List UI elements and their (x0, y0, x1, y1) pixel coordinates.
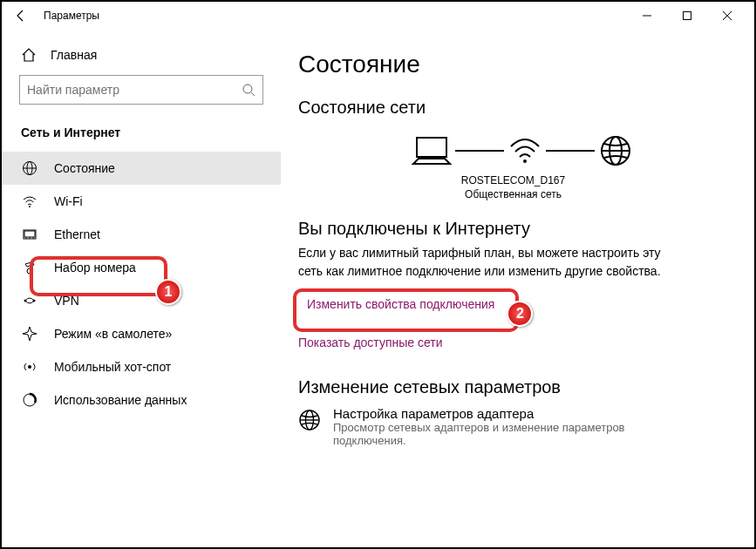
nav-label: Набор номера (54, 261, 136, 274)
network-type: Общественная сеть (298, 187, 728, 201)
nav-label: Wi-Fi (54, 194, 83, 208)
wifi-icon (21, 193, 38, 209)
sidebar-item-airplane[interactable]: Режим «в самолете» (2, 317, 281, 350)
nav-label: Использование данных (54, 393, 187, 407)
adapter-globe-icon (298, 409, 321, 447)
annotation-badge-1: 1 (155, 279, 181, 305)
globe-icon (21, 160, 38, 176)
adapter-settings-row[interactable]: Настройка параметров адаптера Просмотр с… (298, 406, 728, 447)
home-label: Главная (51, 48, 97, 62)
vpn-icon (21, 293, 38, 308)
svg-point-4 (243, 85, 252, 93)
settings-window: Параметры Главная Сеть и Интернет (0, 0, 756, 549)
svg-point-15 (27, 268, 32, 274)
connector-line (455, 150, 504, 152)
change-params-heading: Изменение сетевых параметров (298, 377, 728, 397)
sidebar-item-ethernet[interactable]: Ethernet (2, 218, 281, 251)
sidebar-item-datausage[interactable]: Использование данных (2, 383, 281, 417)
hotspot-icon (21, 359, 38, 375)
sidebar: Главная Сеть и Интернет Состояние Wi-Fi … (2, 30, 281, 547)
network-name: ROSTELECOM_D167 (298, 173, 728, 187)
annotation-badge-2: 2 (507, 301, 533, 327)
home-nav[interactable]: Главная (2, 42, 281, 75)
internet-globe-icon (598, 133, 633, 168)
nav-label: VPN (54, 294, 79, 308)
wifi-signal-icon (507, 134, 542, 167)
adapter-subtitle: Просмотр сетевых адаптеров и изменение п… (333, 421, 664, 447)
titlebar: Параметры (2, 2, 754, 30)
svg-rect-20 (417, 138, 446, 157)
ethernet-icon (21, 227, 38, 242)
svg-point-21 (523, 159, 527, 163)
svg-point-18 (28, 365, 31, 369)
section-header: Сеть и Интернет (2, 122, 281, 152)
search-field[interactable] (27, 83, 242, 97)
status-heading: Состояние сети (298, 98, 728, 118)
close-button[interactable] (707, 2, 747, 30)
window-title: Параметры (44, 10, 99, 22)
network-diagram (298, 133, 728, 168)
connected-text: Если у вас лимитный тарифный план, вы мо… (298, 244, 664, 280)
sidebar-item-dialup[interactable]: Набор номера (2, 251, 281, 284)
svg-rect-11 (24, 231, 35, 237)
svg-rect-1 (684, 11, 691, 19)
main-content: Состояние Состояние сети ROSTELECOM_D167… (281, 30, 754, 547)
maximize-button[interactable] (667, 2, 707, 30)
back-button[interactable] (9, 3, 33, 28)
page-title: Состояние (298, 51, 728, 78)
airplane-icon (21, 326, 38, 342)
svg-point-9 (29, 206, 31, 207)
network-caption: ROSTELECOM_D167 Общественная сеть (298, 173, 728, 201)
device-icon (412, 134, 452, 167)
data-usage-icon (21, 392, 38, 408)
minimize-button[interactable] (627, 2, 667, 30)
link-change-connection-props[interactable]: Изменить свойства подключения (307, 297, 494, 311)
adapter-title: Настройка параметров адаптера (333, 406, 664, 421)
dialup-icon (21, 260, 38, 275)
link-show-networks[interactable]: Показать доступные сети (298, 336, 443, 349)
nav-label: Ethernet (54, 227, 100, 241)
connected-heading: Вы подключены к Интернету (298, 219, 728, 239)
sidebar-item-status[interactable]: Состояние (2, 152, 281, 185)
search-input[interactable] (19, 75, 263, 105)
search-icon (242, 83, 255, 97)
connector-line (546, 150, 595, 152)
sidebar-item-wifi[interactable]: Wi-Fi (2, 185, 281, 218)
home-icon (21, 47, 37, 63)
svg-line-5 (251, 92, 255, 96)
sidebar-item-vpn[interactable]: VPN (2, 284, 281, 317)
nav-label: Состояние (54, 161, 115, 175)
sidebar-item-hotspot[interactable]: Мобильный хот-спот (2, 350, 281, 383)
nav-label: Мобильный хот-спот (54, 360, 171, 374)
nav-label: Режим «в самолете» (54, 327, 172, 341)
